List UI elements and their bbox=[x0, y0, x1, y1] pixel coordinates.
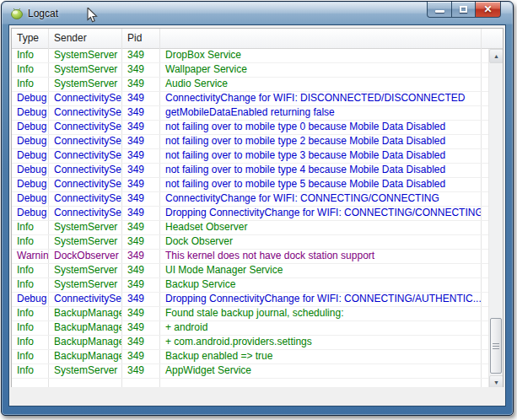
table-row[interactable]: Info SystemServer 349 AppWidget Service bbox=[12, 364, 488, 379]
cell-message: + com.android.providers.settings bbox=[160, 336, 482, 349]
maximize-button[interactable] bbox=[452, 2, 475, 18]
cell-message: Found stale backup journal, scheduling: bbox=[160, 307, 482, 320]
cell-type: Info bbox=[12, 321, 49, 335]
cell-message: Dropping ConnectivityChange for WIFI: CO… bbox=[160, 293, 482, 306]
cell-filler bbox=[482, 78, 488, 91]
column-header-message[interactable] bbox=[160, 29, 482, 49]
cell-sender: SystemServer bbox=[49, 264, 122, 277]
scroll-up-button[interactable]: ▲ bbox=[489, 49, 503, 63]
cell-type: Info bbox=[12, 307, 49, 320]
scroll-up-icon: ▲ bbox=[493, 53, 499, 59]
cell-type: Debug bbox=[12, 149, 49, 163]
maximize-icon bbox=[460, 6, 467, 13]
cell-pid: 349 bbox=[122, 135, 160, 148]
table-row[interactable]: Debug ConnectivityServi... 349 not faili… bbox=[12, 135, 488, 149]
table-row[interactable]: Debug ConnectivityServi... 349 not faili… bbox=[12, 178, 488, 192]
cell-sender: BackupManager... bbox=[49, 336, 122, 349]
cell-pid: 349 bbox=[122, 207, 160, 220]
cell-sender: SystemServer bbox=[49, 78, 122, 91]
table-row[interactable]: Warning DockObserver 349 This kernel doe… bbox=[12, 250, 488, 264]
cell-type: Info bbox=[12, 49, 49, 62]
minimize-button[interactable] bbox=[427, 2, 452, 18]
cell-message: UI Mode Manager Service bbox=[160, 264, 482, 277]
android-icon[interactable] bbox=[10, 7, 24, 20]
cell-pid: 349 bbox=[122, 350, 160, 363]
table-row[interactable]: Debug ConnectivityServi... 349 not faili… bbox=[12, 164, 488, 178]
table-row[interactable]: Debug ConnectivityServi... 349 not faili… bbox=[12, 121, 488, 135]
cell-filler bbox=[482, 321, 488, 335]
cell-sender: BackupManager... bbox=[49, 321, 122, 335]
caption-buttons: ✕ bbox=[427, 2, 501, 19]
minimize-icon bbox=[435, 10, 444, 13]
close-button[interactable]: ✕ bbox=[475, 2, 501, 18]
scrollbar-grip-icon bbox=[493, 343, 499, 349]
column-header-pid[interactable]: Pid bbox=[122, 29, 160, 49]
cell-pid: 349 bbox=[122, 307, 160, 320]
cell-filler bbox=[482, 307, 488, 320]
table-row[interactable]: Info BackupManager... 349 Found stale ba… bbox=[12, 307, 488, 321]
table-row[interactable]: Info SystemServer 349 Backup Service bbox=[12, 278, 488, 293]
cell-pid: 349 bbox=[122, 178, 160, 191]
cell-pid: 349 bbox=[122, 235, 160, 249]
column-header-sender[interactable]: Sender bbox=[49, 29, 122, 49]
table-row[interactable]: Debug ConnectivityServi... 349 getMobile… bbox=[12, 106, 488, 121]
cell-sender: ConnectivityServi... bbox=[49, 207, 122, 220]
cell-message: ConnectivityChange for WIFI: CONNECTING/… bbox=[160, 192, 482, 206]
table-row[interactable]: Info BackupManager... 349 + com.android.… bbox=[12, 336, 488, 350]
cell-type: Info bbox=[12, 78, 49, 91]
cell-pid: 349 bbox=[122, 92, 160, 105]
table-row[interactable]: Debug ConnectivityServi... 349 Connectiv… bbox=[12, 92, 488, 106]
table-row[interactable]: Debug ConnectivityServi... 349 Dropping … bbox=[12, 207, 488, 221]
table-body: Info SystemServer 349 DropBox Service In… bbox=[12, 49, 488, 390]
scroll-down-icon: ▼ bbox=[493, 380, 499, 385]
cell-type: Debug bbox=[12, 207, 49, 220]
title-bar[interactable]: Logcat ✕ bbox=[2, 2, 513, 24]
cell-filler bbox=[482, 92, 488, 105]
cell-message: Dock Observer bbox=[160, 235, 482, 249]
table-row[interactable]: Info BackupManager... 349 + android bbox=[12, 321, 488, 336]
column-header-row: Type Sender Pid bbox=[12, 29, 503, 49]
table-row[interactable]: Info SystemServer 349 Dock Observer bbox=[12, 235, 488, 250]
cell-type: Debug bbox=[12, 293, 49, 306]
cell-filler bbox=[482, 106, 488, 120]
cell-sender: SystemServer bbox=[49, 278, 122, 292]
cell-filler bbox=[482, 293, 488, 306]
table-row[interactable]: Info SystemServer 349 DropBox Service bbox=[12, 49, 488, 63]
cell-filler bbox=[482, 264, 488, 277]
cell-sender: BackupManager... bbox=[49, 307, 122, 320]
table-row[interactable]: Info SystemServer 349 Wallpaper Service bbox=[12, 63, 488, 78]
table-row[interactable]: Info BackupManager... 349 Backup enabled… bbox=[12, 350, 488, 364]
cell-filler bbox=[482, 49, 488, 62]
cell-type: Debug bbox=[12, 106, 49, 120]
cell-type: Info bbox=[12, 278, 49, 292]
cell-pid: 349 bbox=[122, 192, 160, 206]
cell-filler bbox=[482, 192, 488, 206]
table-row[interactable]: Debug ConnectivityServi... 349 Connectiv… bbox=[12, 192, 488, 207]
cell-pid: 349 bbox=[122, 278, 160, 292]
logcat-window: Logcat ✕ Type Sender bbox=[1, 1, 514, 416]
cell-message: getMobileDataEnabled returning false bbox=[160, 106, 482, 120]
cell-pid: 349 bbox=[122, 336, 160, 349]
cell-sender: ConnectivityServi... bbox=[49, 106, 122, 120]
table-row[interactable]: Info SystemServer 349 Headset Observer bbox=[12, 221, 488, 235]
cell-sender: ConnectivityServi... bbox=[49, 92, 122, 105]
cell-type: Warning bbox=[12, 250, 49, 263]
scrollbar-thumb[interactable] bbox=[490, 318, 502, 374]
column-header-type[interactable]: Type bbox=[12, 29, 49, 49]
vertical-scrollbar[interactable]: ▲ ▼ bbox=[488, 49, 503, 390]
table-row[interactable]: Info SystemServer 349 UI Mode Manager Se… bbox=[12, 264, 488, 278]
cell-pid: 349 bbox=[122, 264, 160, 277]
cell-message: Backup Service bbox=[160, 278, 482, 292]
table-row[interactable]: Debug ConnectivityServi... 349 not faili… bbox=[12, 149, 488, 164]
cell-message: not failing over to mobile type 4 becaus… bbox=[160, 164, 482, 177]
cell-message: AppWidget Service bbox=[160, 364, 482, 378]
cell-type: Info bbox=[12, 63, 49, 77]
cell-pid: 349 bbox=[122, 149, 160, 163]
cell-sender: ConnectivityServi... bbox=[49, 121, 122, 134]
table-row[interactable]: Debug ConnectivityServi... 349 Dropping … bbox=[12, 293, 488, 307]
cell-sender: ConnectivityServi... bbox=[49, 192, 122, 206]
cell-pid: 349 bbox=[122, 78, 160, 91]
table-row[interactable]: Info SystemServer 349 Audio Service bbox=[12, 78, 488, 92]
log-listview: Type Sender Pid Info SystemServer 349 Dr… bbox=[11, 28, 504, 390]
cell-message: not failing over to mobile type 5 becaus… bbox=[160, 178, 482, 191]
